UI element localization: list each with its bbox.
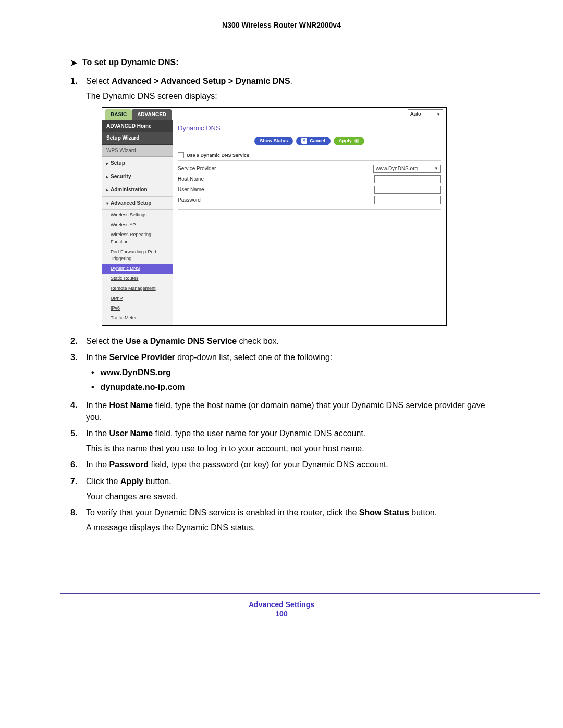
auto-select-label: Auto xyxy=(410,110,421,118)
step-num: 1. xyxy=(70,75,81,331)
panel-title: Dynamic DNS xyxy=(178,124,442,133)
sidebar: ADVANCED Home Setup Wizard WPS Wizard ▸S… xyxy=(102,120,173,325)
triangle-down-icon: ▾ xyxy=(106,201,108,206)
use-ddns-label: Use a Dynamic DNS Service xyxy=(187,152,249,159)
step-followup: The Dynamic DNS screen displays: xyxy=(86,90,493,102)
bullet-icon: • xyxy=(91,381,94,393)
label-password: Password xyxy=(178,196,201,204)
router-screenshot: BASIC ADVANCED Auto ▼ ADVANCED Home Setu… xyxy=(102,107,447,326)
step-6: 6. In the Password field, type the passw… xyxy=(70,459,493,471)
step-1: 1. Select Advanced > Advanced Setup > Dy… xyxy=(70,75,493,331)
sidebar-sub-ipv6[interactable]: IPv6 xyxy=(102,303,173,313)
step-7: 7. Click the Apply button. Your changes … xyxy=(70,475,493,502)
step-num: 3. xyxy=(70,351,81,395)
step-followup: This is the name that you use to log in … xyxy=(86,442,493,454)
step-num: 8. xyxy=(70,507,81,534)
label-user-name: User Name xyxy=(178,186,204,194)
step-num: 2. xyxy=(70,335,81,347)
auto-select[interactable]: Auto ▼ xyxy=(408,109,443,119)
footer-section: Advanced Settings xyxy=(249,600,314,609)
sidebar-setup[interactable]: ▸Setup xyxy=(102,157,173,170)
document-title: N300 Wireless Router WNR2000v4 xyxy=(70,21,493,29)
step-text: In the Service Provider drop-down list, … xyxy=(86,353,332,362)
step-text: Click the Apply button. xyxy=(86,477,172,486)
triangle-right-icon: ▸ xyxy=(106,188,108,192)
triangle-right-icon: ▸ xyxy=(106,161,108,166)
label-host-name: Host Name xyxy=(178,176,204,183)
sidebar-sub-wireless-settings[interactable]: Wireless Settings xyxy=(102,210,173,220)
caret-down-icon: ▼ xyxy=(436,112,440,118)
caret-down-icon: ▼ xyxy=(434,166,438,172)
bullet-noip: • dynupdate.no-ip.com xyxy=(91,381,493,393)
step-text: In the Password field, type the password… xyxy=(86,459,493,471)
bullet-dyndns: • www.DynDNS.org xyxy=(91,366,493,378)
sidebar-sub-static-routes[interactable]: Static Routes xyxy=(102,274,173,283)
step-8: 8. To verify that your Dynamic DNS servi… xyxy=(70,507,493,534)
task-heading-text: To set up Dynamic DNS: xyxy=(82,58,179,68)
sidebar-security[interactable]: ▸Security xyxy=(102,170,173,184)
service-provider-select[interactable]: www.DynDNS.org ▼ xyxy=(373,165,441,174)
password-input[interactable] xyxy=(374,196,441,204)
triangle-right-icon: ▸ xyxy=(106,175,108,179)
chevron-right-icon: ➤ xyxy=(70,58,77,68)
step-text: Select Advanced > Advanced Setup > Dynam… xyxy=(86,77,292,85)
step-num: 4. xyxy=(70,399,81,423)
step-2: 2. Select the Use a Dynamic DNS Service … xyxy=(70,335,493,347)
show-status-button[interactable]: Show Status xyxy=(254,137,293,145)
sidebar-sub-traffic-meter[interactable]: Traffic Meter xyxy=(102,313,173,323)
step-text: In the User Name field, type the user na… xyxy=(86,429,365,438)
tab-basic[interactable]: BASIC xyxy=(105,109,132,120)
sidebar-sub-wireless-ap[interactable]: Wireless AP xyxy=(102,220,173,230)
step-text: To verify that your Dynamic DNS service … xyxy=(86,508,437,517)
step-followup: A message displays the Dynamic DNS statu… xyxy=(86,522,493,534)
step-text: Select the Use a Dynamic DNS Service che… xyxy=(86,335,493,347)
step-num: 7. xyxy=(70,475,81,502)
label-service-provider: Service Provider xyxy=(178,165,216,173)
step-num: 6. xyxy=(70,459,81,471)
task-heading: ➤ To set up Dynamic DNS: xyxy=(70,58,493,68)
host-name-input[interactable] xyxy=(374,175,441,183)
step-text: In the Host Name field, type the host na… xyxy=(86,399,493,423)
step-5: 5. In the User Name field, type the user… xyxy=(70,427,493,454)
sidebar-advanced-setup[interactable]: ▾Advanced Setup xyxy=(102,197,173,211)
sidebar-sub-dynamic-dns[interactable]: Dynamic DNS xyxy=(102,264,173,274)
step-followup: Your changes are saved. xyxy=(86,490,493,502)
bullet-icon: • xyxy=(91,366,94,378)
sidebar-sub-upnp[interactable]: UPnP xyxy=(102,293,173,303)
sidebar-administration[interactable]: ▸Administration xyxy=(102,183,173,197)
cancel-button[interactable]: ✕Cancel xyxy=(296,137,331,145)
tab-advanced[interactable]: ADVANCED xyxy=(132,109,172,120)
sidebar-setup-wizard[interactable]: Setup Wizard xyxy=(102,132,173,145)
footer-separator xyxy=(60,593,540,594)
sidebar-advanced-home[interactable]: ADVANCED Home xyxy=(102,120,173,133)
step-3: 3. In the Service Provider drop-down lis… xyxy=(70,351,493,395)
step-4: 4. In the Host Name field, type the host… xyxy=(70,399,493,423)
use-ddns-checkbox[interactable] xyxy=(178,152,184,158)
step-num: 5. xyxy=(70,427,81,454)
user-name-input[interactable] xyxy=(374,186,441,194)
close-icon: ✕ xyxy=(301,138,307,144)
sidebar-sub-port-forwarding[interactable]: Port Forwarding / Port Triggering xyxy=(102,247,173,264)
sidebar-sub-remote-management[interactable]: Remote Management xyxy=(102,283,173,293)
service-provider-value: www.DynDNS.org xyxy=(376,165,418,173)
page-number: 100 xyxy=(0,610,563,618)
sidebar-sub-wireless-repeating[interactable]: Wireless Repeating Function xyxy=(102,230,173,246)
apply-button[interactable]: Apply▸ xyxy=(334,137,364,145)
arrow-right-icon: ▸ xyxy=(354,139,359,143)
sidebar-wps-wizard[interactable]: WPS Wizard xyxy=(102,145,173,157)
